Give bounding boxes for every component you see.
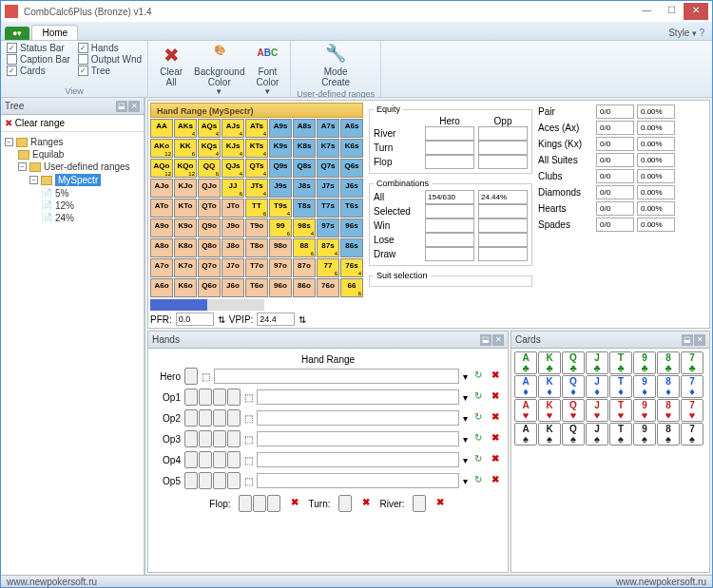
hand-cell[interactable]: AA	[150, 119, 173, 138]
hand-cell[interactable]: 87s4	[317, 238, 339, 257]
comb-lose-pct[interactable]	[478, 233, 528, 247]
mode-create-button[interactable]: 🔧Mode Create	[297, 43, 375, 89]
hand-cell[interactable]: 87o	[293, 258, 316, 277]
tree-close-button[interactable]: ✕	[128, 101, 140, 112]
flop-card[interactable]	[239, 495, 252, 512]
comb-sel-pct[interactable]	[478, 204, 528, 218]
tree-12pct[interactable]: 12%	[55, 200, 74, 211]
hand-cell[interactable]: Q7s	[317, 159, 339, 178]
hand-cell[interactable]: 96s	[340, 218, 363, 237]
card-8♣[interactable]: 8♣	[657, 351, 680, 374]
card-7♦[interactable]: 7♦	[681, 375, 703, 398]
hand-cell[interactable]: K9s	[269, 139, 292, 158]
hand-cell[interactable]: T6s	[340, 199, 363, 218]
clear-op4[interactable]: ✖	[489, 453, 502, 466]
turn-opp[interactable]	[478, 141, 528, 155]
hand-cell[interactable]: K8o	[174, 238, 197, 257]
card-A♥[interactable]: A♥	[514, 399, 537, 422]
hand-cell[interactable]: 98o	[269, 238, 292, 257]
hand-cell[interactable]: J6s	[340, 179, 363, 198]
clear-all-button[interactable]: ✖Clear All	[154, 43, 188, 99]
clear-op2[interactable]: ✖	[489, 411, 502, 425]
hand-cell[interactable]: A9o	[150, 218, 173, 237]
turn-card[interactable]	[338, 495, 352, 512]
apply-op3[interactable]: ↻	[472, 432, 485, 446]
comb-win[interactable]	[425, 218, 474, 233]
bg-color-button[interactable]: 🎨Background Color▾	[188, 43, 250, 99]
range-op2[interactable]	[257, 410, 459, 426]
card-A♣[interactable]: A♣	[514, 351, 537, 374]
clear-op3[interactable]: ✖	[489, 432, 502, 446]
hand-cell[interactable]: A6o	[150, 278, 173, 297]
hand-cell[interactable]: 996	[269, 218, 292, 237]
card-Q♠[interactable]: Q♠	[562, 423, 585, 446]
hand-cell[interactable]: KJs4	[222, 139, 244, 158]
hand-cell[interactable]: QQ6	[198, 159, 221, 178]
clear-range-button[interactable]: Clear range	[15, 118, 65, 128]
chk-output-wnd[interactable]: Output Wnd	[78, 54, 142, 65]
flop-card[interactable]	[267, 495, 280, 512]
tree-5pct[interactable]: 5%	[55, 188, 68, 199]
range-op5[interactable]	[257, 473, 459, 488]
chk-caption-bar[interactable]: Caption Bar	[7, 54, 70, 65]
card-J♥[interactable]: J♥	[586, 399, 608, 422]
apply-op5[interactable]: ↻	[472, 474, 485, 487]
card-K♣[interactable]: K♣	[538, 351, 561, 374]
hand-cell[interactable]: AQo12	[150, 159, 173, 178]
hand-cell[interactable]: T7o	[245, 258, 268, 277]
card-8♥[interactable]: 8♥	[657, 399, 680, 422]
hand-cell[interactable]: Q8s	[293, 159, 316, 178]
hand-cell[interactable]: Q6s	[340, 159, 363, 178]
card-T♠[interactable]: T♠	[609, 423, 632, 446]
hand-cell[interactable]: J6o	[222, 278, 244, 297]
hands-close-button[interactable]: ✕	[492, 334, 504, 346]
hand-cell[interactable]: 97o	[269, 258, 292, 277]
tab-home[interactable]: Home	[31, 25, 78, 40]
minimize-button[interactable]: —	[634, 3, 659, 20]
hand-cell[interactable]: J8o	[222, 238, 244, 257]
card-K♦[interactable]: K♦	[538, 375, 561, 398]
tree-equilab[interactable]: Equilab	[32, 149, 64, 160]
comb-sel[interactable]	[425, 204, 474, 218]
card-Q♥[interactable]: Q♥	[562, 399, 585, 422]
hand-cell[interactable]: J7o	[222, 258, 244, 277]
clear-op5[interactable]: ✖	[489, 474, 502, 487]
hand-cell[interactable]: T8o	[245, 238, 268, 257]
hand-cell[interactable]: 97s	[317, 218, 339, 237]
comb-draw-pct[interactable]	[478, 247, 528, 261]
hand-cell[interactable]: ATs4	[245, 119, 268, 138]
hand-cell[interactable]: A9s	[269, 119, 292, 138]
hand-cell[interactable]: AKo12	[150, 139, 173, 158]
flop-hero[interactable]	[425, 155, 474, 169]
tree-ranges[interactable]: Ranges	[30, 137, 63, 147]
hand-cell[interactable]: 98s4	[293, 218, 316, 237]
card-7♠[interactable]: 7♠	[681, 423, 703, 446]
hand-cell[interactable]: A7o	[150, 258, 173, 277]
hand-cell[interactable]: 76s4	[340, 258, 363, 277]
chk-status-bar[interactable]: ✓Status Bar	[7, 43, 70, 53]
font-color-button[interactable]: ABCFont Color▾	[250, 43, 284, 99]
hand-cell[interactable]: AJs4	[222, 119, 244, 138]
app-menu-button[interactable]: ●▾	[5, 27, 29, 40]
pfr-input[interactable]	[176, 313, 214, 326]
hand-cell[interactable]: JJ6	[222, 179, 244, 198]
hands-pin-button[interactable]: ⬓	[480, 334, 491, 346]
hand-cell[interactable]: ATo	[150, 199, 173, 218]
comb-lose[interactable]	[425, 233, 474, 247]
hand-cell[interactable]: K7o	[174, 258, 197, 277]
cards-close-button[interactable]: ✕	[694, 334, 705, 346]
hand-cell[interactable]: QJo	[198, 179, 221, 198]
hand-cell[interactable]: 86o	[293, 278, 316, 297]
hand-cell[interactable]: T9s4	[269, 199, 292, 218]
flop-opp[interactable]	[478, 155, 528, 169]
hand-cell[interactable]: J8s	[293, 179, 316, 198]
hand-cell[interactable]: T8s	[293, 199, 316, 218]
range-hero[interactable]	[214, 369, 459, 384]
hand-cell[interactable]: TT6	[245, 199, 268, 218]
river-card[interactable]	[413, 495, 426, 512]
card-J♣[interactable]: J♣	[586, 351, 608, 374]
clear-hero[interactable]: ✖	[489, 370, 502, 383]
hand-cell[interactable]: QTs4	[245, 159, 268, 178]
hand-cell[interactable]: KQo12	[174, 159, 197, 178]
hand-cell[interactable]: Q9s	[269, 159, 292, 178]
